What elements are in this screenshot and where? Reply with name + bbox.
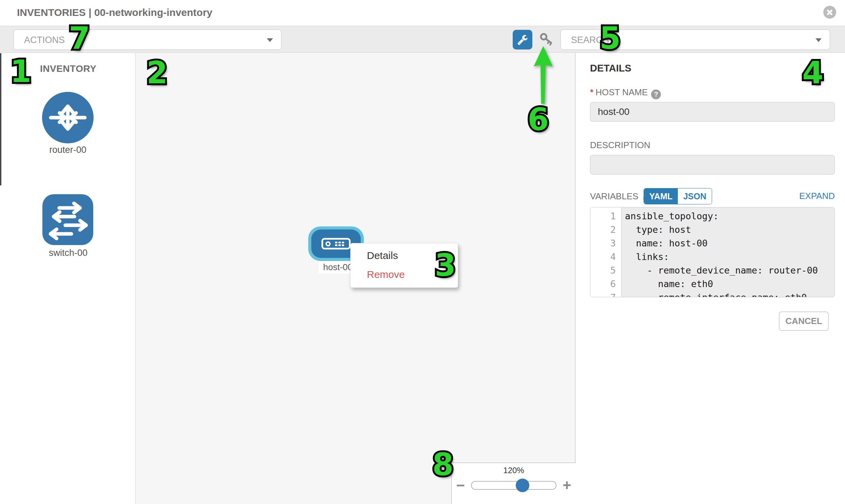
editor-line-number: 3	[591, 237, 616, 250]
zoom-out-button[interactable]: −	[456, 479, 465, 492]
editor-line-number: 1	[591, 210, 616, 223]
zoom-widget: 120% − +	[451, 463, 576, 504]
wrench-icon	[517, 34, 528, 45]
sidebar-title: INVENTORY	[40, 64, 96, 74]
variables-row: VARIABLES ? YAML JSON EXPAND	[590, 188, 835, 204]
required-marker: *	[590, 87, 593, 97]
actions-dropdown-label: ACTIONS	[24, 35, 65, 46]
editor-code: ansible_topology: type: host name: host-…	[621, 208, 834, 297]
zoom-slider[interactable]	[471, 481, 557, 490]
variables-editor[interactable]: 1 2 3 4 5 6 7 ansible_topology: type: ho…	[590, 207, 835, 297]
node-context-menu: Details Remove	[350, 243, 458, 288]
menu-item-details[interactable]: Details	[351, 246, 458, 265]
host-name-field-label: *HOST NAME?	[590, 87, 661, 99]
chevron-down-icon	[815, 38, 822, 42]
toggle-json[interactable]: JSON	[678, 188, 712, 204]
close-icon[interactable]	[823, 6, 836, 19]
editor-line: remote_interface_name: eth0	[625, 291, 834, 297]
zoom-level: 120%	[452, 466, 576, 475]
key-icon-glyph	[539, 32, 554, 48]
server-ports-icon	[335, 242, 344, 246]
toolbox-button[interactable]	[513, 30, 532, 50]
editor-line: ansible_topology:	[625, 210, 834, 223]
actions-dropdown[interactable]: ACTIONS	[14, 30, 281, 50]
toggle-yaml[interactable]: YAML	[644, 188, 678, 204]
search-dropdown[interactable]: SEARCH	[561, 30, 830, 50]
key-icon[interactable]	[539, 32, 554, 48]
toolbar: ACTIONS SEARCH	[0, 26, 845, 53]
palette-item-switch[interactable]: switch-00	[42, 194, 93, 245]
chevron-down-icon	[267, 38, 273, 42]
editor-line: name: eth0	[625, 277, 834, 291]
editor-line: name: host-00	[625, 237, 834, 250]
palette-item-label: router-00	[29, 145, 107, 155]
host-server-icon	[321, 238, 351, 250]
page-title: INVENTORIES | 00-networking-inventory	[17, 7, 212, 18]
variables-label: VARIABLES	[590, 191, 638, 201]
sidebar-edge-handle	[0, 53, 1, 185]
editor-line: type: host	[625, 223, 834, 237]
details-panel: DETAILS *HOST NAME? DESCRIPTION VARIABLE…	[576, 53, 845, 504]
zoom-in-button[interactable]: +	[563, 479, 571, 492]
description-input[interactable]	[590, 155, 835, 175]
editor-line: - remote_device_name: router-00	[625, 264, 834, 277]
details-title: DETAILS	[590, 63, 631, 74]
editor-line-number: 6	[591, 277, 616, 291]
editor-gutter: 1 2 3 4 5 6 7	[591, 208, 621, 297]
zoom-slider-row: − +	[452, 479, 576, 492]
variables-format-toggle: YAML JSON	[644, 188, 712, 204]
editor-line-number: 7	[591, 291, 616, 297]
topology-canvas[interactable]: host-00 Details Remove 120% − +	[136, 53, 576, 504]
host-name-label-text: HOST NAME	[595, 87, 648, 97]
expand-link[interactable]: EXPAND	[799, 191, 835, 201]
search-dropdown-label: SEARCH	[571, 35, 609, 46]
question-help-icon[interactable]: ?	[651, 89, 661, 99]
inventories-topology-screen: INVENTORIES | 00-networking-inventory AC…	[0, 0, 845, 504]
editor-line-number: 4	[591, 250, 616, 264]
editor-line-number: 2	[591, 223, 616, 237]
editor-line: links:	[625, 250, 834, 264]
host-name-input[interactable]	[590, 102, 835, 122]
server-led-icon	[325, 241, 331, 247]
router-icon	[42, 92, 93, 143]
palette-item-label: switch-00	[29, 248, 107, 258]
switch-icon	[42, 194, 93, 245]
cancel-button[interactable]: CANCEL	[779, 311, 829, 331]
titlebar: INVENTORIES | 00-networking-inventory	[0, 0, 845, 26]
palette-item-router[interactable]: router-00	[42, 92, 93, 143]
editor-line-number: 5	[591, 264, 616, 277]
zoom-slider-thumb[interactable]	[516, 479, 529, 492]
menu-item-remove[interactable]: Remove	[351, 265, 458, 284]
description-field-label: DESCRIPTION	[590, 140, 650, 150]
inventory-sidebar: INVENTORY router-00	[0, 53, 136, 504]
